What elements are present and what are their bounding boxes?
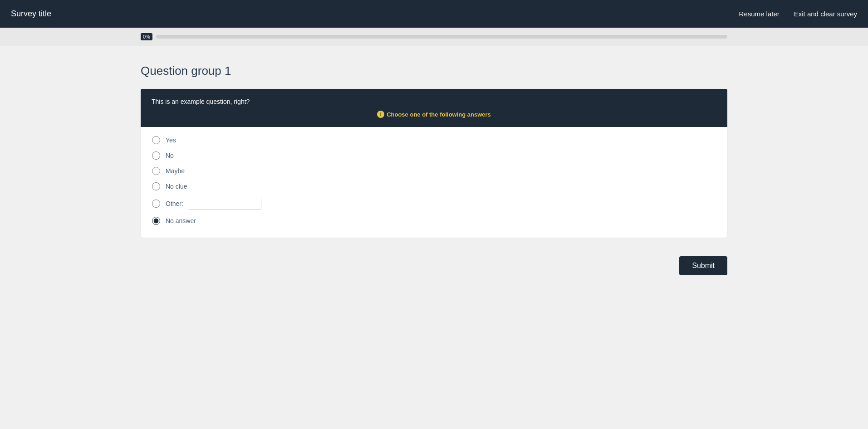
label-no: No (166, 152, 174, 159)
question-group-title: Question group 1 (141, 64, 727, 78)
progress-badge: 0% (141, 33, 152, 40)
option-maybe[interactable]: Maybe (152, 167, 716, 175)
validation-message: Choose one of the following answers (387, 111, 491, 118)
submit-button[interactable]: Submit (679, 256, 727, 275)
radio-maybe[interactable] (152, 167, 160, 175)
option-no[interactable]: No (152, 151, 716, 160)
label-maybe: Maybe (166, 167, 185, 175)
radio-no[interactable] (152, 151, 160, 160)
question-validation: i Choose one of the following answers (152, 111, 716, 118)
label-noclue: No clue (166, 183, 187, 190)
option-yes[interactable]: Yes (152, 136, 716, 144)
label-yes: Yes (166, 136, 176, 144)
question-text: This is an example question, right? (152, 98, 716, 105)
option-noanswer[interactable]: No answer (152, 217, 716, 225)
option-noclue[interactable]: No clue (152, 182, 716, 190)
header: Survey title Resume later Exit and clear… (0, 0, 868, 28)
main-content: Question group 1 This is an example ques… (0, 46, 868, 293)
radio-noclue[interactable] (152, 182, 160, 190)
answer-area: Yes No Maybe No clue Other: No answer (141, 127, 727, 238)
radio-other[interactable] (152, 200, 160, 208)
resume-later-button[interactable]: Resume later (739, 10, 780, 18)
exit-clear-button[interactable]: Exit and clear survey (794, 10, 857, 18)
option-other[interactable]: Other: (152, 198, 716, 210)
radio-yes[interactable] (152, 136, 160, 144)
label-other: Other: (166, 200, 183, 207)
label-noanswer: No answer (166, 217, 196, 224)
other-text-input[interactable] (189, 198, 261, 210)
header-actions: Resume later Exit and clear survey (739, 10, 857, 18)
progress-track (156, 35, 727, 39)
question-card: This is an example question, right? i Ch… (141, 89, 727, 127)
progress-container: 0% (0, 33, 868, 40)
survey-title: Survey title (11, 9, 51, 19)
progress-area: 0% (0, 28, 868, 46)
submit-area: Submit (141, 256, 727, 275)
info-icon: i (377, 111, 384, 118)
radio-noanswer[interactable] (152, 217, 160, 225)
